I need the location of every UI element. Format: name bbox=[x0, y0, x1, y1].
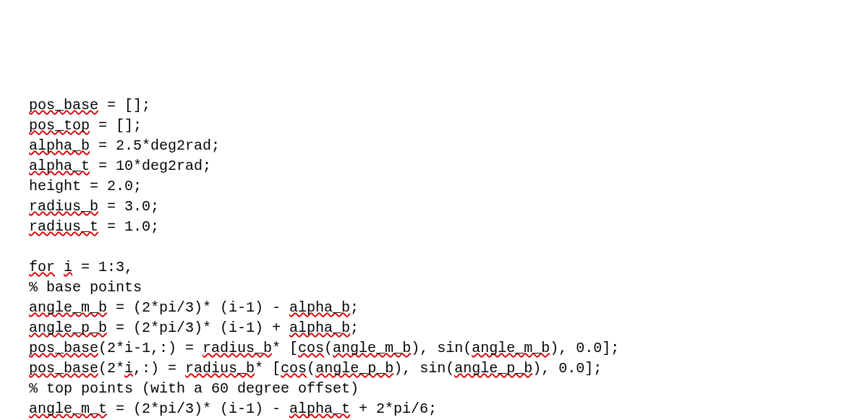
spellcheck-underline: radius_t bbox=[29, 218, 98, 235]
spellcheck-underline: angle_m_b bbox=[472, 340, 550, 356]
spellcheck-underline: alpha_b bbox=[289, 320, 350, 336]
spellcheck-underline: pos_base bbox=[29, 97, 98, 113]
code-text: = []; bbox=[90, 117, 142, 134]
code-line-1: pos_top = []; bbox=[29, 116, 839, 136]
code-text: = (2*pi/3)* (i-1) - bbox=[107, 299, 289, 316]
code-line-8: for i = 1:3, bbox=[29, 257, 839, 278]
spellcheck-underline: for bbox=[29, 259, 55, 275]
code-line-2: alpha_b = 2.5*deg2rad; bbox=[29, 136, 839, 156]
code-text: height = 2.0; bbox=[29, 178, 142, 194]
code-line-14: % top points (with a 60 degree offset) bbox=[29, 379, 839, 399]
code-text: = 10*deg2rad; bbox=[90, 158, 211, 174]
code-text: * [ bbox=[272, 340, 298, 356]
code-text: * [ bbox=[255, 360, 281, 377]
code-text: = 3.0; bbox=[98, 198, 159, 215]
code-text: = (2*pi/3)* (i-1) + bbox=[107, 320, 289, 336]
spellcheck-underline: i bbox=[64, 259, 72, 275]
code-text: ,:) = bbox=[133, 360, 185, 377]
spellcheck-underline: alpha_b bbox=[29, 137, 90, 154]
code-line-13: pos_base(2*i,:) = radius_b* [cos(angle_p… bbox=[29, 359, 839, 379]
code-line-4: height = 2.0; bbox=[29, 176, 839, 197]
spellcheck-underline: pos_base bbox=[29, 340, 98, 356]
code-text: = (2*pi/3)* (i-1) - bbox=[107, 400, 289, 417]
spellcheck-underline: cos bbox=[298, 340, 324, 356]
code-text: ), sin( bbox=[411, 340, 472, 356]
spellcheck-underline: radius_b bbox=[203, 340, 272, 356]
code-text bbox=[55, 259, 64, 275]
code-text: ; bbox=[350, 299, 359, 316]
spellcheck-underline: i bbox=[124, 360, 133, 377]
code-line-5: radius_b = 3.0; bbox=[29, 197, 839, 217]
code-text: = 1:3, bbox=[72, 259, 133, 275]
code-text: = []; bbox=[98, 97, 150, 113]
spellcheck-underline: pos_top bbox=[29, 117, 90, 134]
code-line-10: angle_m_b = (2*pi/3)* (i-1) - alpha_b; bbox=[29, 298, 839, 318]
spellcheck-underline: angle_m_b bbox=[29, 299, 107, 316]
code-text: + 2*pi/6; bbox=[350, 400, 437, 417]
code-text: ), 0.0]; bbox=[550, 340, 619, 356]
code-text: ), 0.0]; bbox=[532, 360, 602, 377]
spellcheck-underline: radius_b bbox=[29, 198, 98, 215]
code-text: = 1.0; bbox=[98, 218, 159, 235]
code-text: (2* bbox=[98, 360, 124, 377]
code-line-9: % base points bbox=[29, 278, 839, 298]
code-line-0: pos_base = []; bbox=[29, 95, 839, 116]
code-block: pos_base = [];pos_top = [];alpha_b = 2.5… bbox=[29, 95, 839, 420]
code-text: ( bbox=[324, 340, 333, 356]
spellcheck-underline: radius_b bbox=[185, 360, 255, 377]
spellcheck-underline: angle_p_b bbox=[29, 320, 107, 336]
code-line-11: angle_p_b = (2*pi/3)* (i-1) + alpha_b; bbox=[29, 318, 839, 338]
code-line-3: alpha_t = 10*deg2rad; bbox=[29, 156, 839, 176]
spellcheck-underline: alpha_t bbox=[289, 400, 350, 417]
spellcheck-underline: angle_p_b bbox=[315, 360, 393, 377]
code-line-15: angle_m_t = (2*pi/3)* (i-1) - alpha_t + … bbox=[29, 399, 839, 419]
code-line-12: pos_base(2*i-1,:) = radius_b* [cos(angle… bbox=[29, 338, 839, 359]
code-line-7 bbox=[29, 237, 839, 257]
spellcheck-underline: angle_m_b bbox=[333, 340, 411, 356]
code-text: % top points (with a 60 degree offset) bbox=[29, 380, 359, 397]
code-text: ), sin( bbox=[393, 360, 454, 377]
code-text: ( bbox=[307, 360, 315, 377]
spellcheck-underline: angle_m_t bbox=[29, 400, 107, 417]
code-text: (2*i-1,:) = bbox=[98, 340, 203, 356]
spellcheck-underline: pos_base bbox=[29, 360, 98, 377]
code-text: % base points bbox=[29, 279, 142, 296]
code-line-6: radius_t = 1.0; bbox=[29, 217, 839, 237]
code-text: = 2.5*deg2rad; bbox=[90, 137, 220, 154]
spellcheck-underline: alpha_t bbox=[29, 158, 90, 174]
spellcheck-underline: alpha_b bbox=[289, 299, 350, 316]
spellcheck-underline: angle_p_b bbox=[454, 360, 532, 377]
code-text: ; bbox=[350, 320, 359, 336]
spellcheck-underline: cos bbox=[281, 360, 307, 377]
